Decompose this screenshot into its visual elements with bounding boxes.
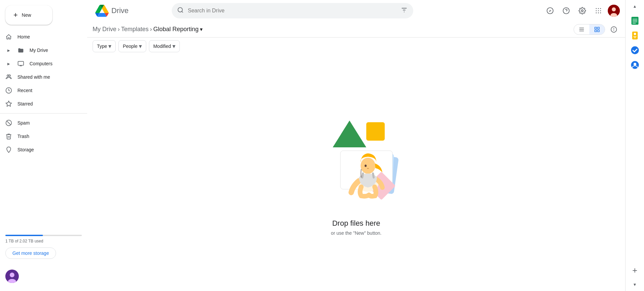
svg-rect-56	[633, 36, 636, 37]
nav-divider	[0, 113, 87, 114]
svg-point-58	[631, 46, 639, 54]
sidebar-item-trash-label: Trash	[17, 134, 29, 139]
grid-view-button[interactable]	[589, 24, 605, 34]
breadcrumb-right	[574, 23, 620, 35]
svg-point-23	[600, 10, 601, 11]
sidebar-item-starred[interactable]: Starred	[0, 97, 82, 111]
people-filter[interactable]: People ▾	[118, 40, 146, 52]
svg-point-25	[598, 12, 599, 13]
svg-point-21	[596, 10, 597, 11]
svg-point-17	[581, 10, 583, 12]
bottom-profile-avatar[interactable]	[5, 270, 19, 283]
svg-point-20	[600, 8, 601, 9]
check-circle-button[interactable]	[543, 4, 557, 17]
right-panel-tasks-icon[interactable]	[628, 44, 642, 57]
empty-state-title: Drop files here	[332, 219, 380, 228]
svg-point-22	[598, 10, 599, 11]
new-button[interactable]: + New	[5, 5, 52, 25]
svg-line-6	[7, 121, 11, 125]
home-icon	[5, 33, 12, 40]
main-content: Drive	[87, 0, 625, 291]
people-filter-chevron: ▾	[139, 43, 142, 50]
help-button[interactable]	[559, 4, 573, 17]
breadcrumb-sep-1: ›	[118, 26, 120, 33]
get-more-storage-button[interactable]: Get more storage	[5, 247, 56, 259]
svg-point-47	[361, 158, 375, 174]
sidebar-item-home[interactable]: Home	[0, 30, 82, 44]
svg-point-10	[178, 7, 182, 12]
sidebar-item-home-label: Home	[17, 34, 30, 40]
svg-rect-50	[633, 19, 637, 19]
empty-illustration	[309, 111, 403, 211]
recent-icon	[5, 87, 12, 94]
right-panel: ▲ +	[625, 0, 644, 291]
computer-icon	[17, 60, 24, 67]
view-toggle	[574, 24, 605, 35]
svg-point-8	[10, 273, 14, 277]
svg-rect-52	[633, 21, 637, 22]
shared-icon	[5, 74, 12, 80]
svg-point-28	[612, 7, 616, 11]
type-filter[interactable]: Type ▾	[93, 40, 116, 52]
panel-scroll-up[interactable]: ▲	[632, 3, 638, 10]
star-icon	[5, 100, 12, 107]
my-drive-expand-icon: ▶	[5, 47, 12, 54]
filter-bar: Type ▾ People ▾ Modified ▾	[87, 38, 625, 55]
trash-icon	[5, 133, 12, 140]
right-panel-add-button[interactable]: +	[628, 264, 642, 277]
svg-line-11	[182, 11, 183, 12]
svg-point-2	[9, 75, 10, 76]
sidebar-item-computers-label: Computers	[30, 61, 52, 66]
search-filter-icon[interactable]	[400, 6, 408, 15]
spam-icon	[5, 120, 12, 126]
svg-rect-34	[598, 27, 599, 29]
right-panel-keep-icon[interactable]	[628, 29, 642, 42]
svg-point-55	[634, 33, 636, 35]
info-button[interactable]	[608, 23, 620, 35]
sidebar-item-starred-label: Starred	[17, 101, 33, 106]
svg-marker-40	[333, 121, 366, 147]
breadcrumb-sep-2: ›	[150, 26, 152, 33]
drive-logo-icon	[95, 4, 109, 17]
search-input[interactable]	[188, 8, 396, 14]
modified-filter-label: Modified	[153, 44, 171, 49]
drive-logo: Drive	[93, 4, 166, 17]
profile-avatar[interactable]	[608, 5, 620, 17]
modified-filter[interactable]: Modified ▾	[149, 40, 180, 52]
sidebar-item-spam-label: Spam	[17, 120, 30, 126]
svg-point-48	[365, 164, 367, 167]
type-filter-chevron: ▾	[108, 43, 111, 50]
svg-point-26	[600, 12, 601, 13]
svg-point-60	[633, 63, 636, 66]
sidebar-item-storage[interactable]: Storage	[0, 143, 82, 156]
sidebar-item-computers[interactable]: ▶ Computers	[0, 57, 82, 70]
apps-grid-button[interactable]	[592, 4, 605, 17]
right-panel-sheets-icon[interactable]	[628, 14, 642, 27]
search-icon	[177, 7, 184, 15]
svg-rect-35	[595, 30, 596, 31]
storage-section: 1 TB of 2.02 TB used Get more storage	[0, 229, 87, 264]
svg-rect-51	[633, 20, 637, 21]
sidebar: + New Home ▶ My Drive ▶ Computers	[0, 0, 87, 291]
sidebar-item-shared-with-me[interactable]: Shared with me	[0, 70, 82, 84]
svg-point-19	[598, 8, 599, 9]
sidebar-item-spam[interactable]: Spam	[0, 116, 82, 130]
sidebar-item-recent[interactable]: Recent	[0, 84, 82, 97]
breadcrumb-templates[interactable]: Templates	[121, 26, 149, 33]
computers-expand-icon: ▶	[5, 60, 12, 67]
folder-icon	[17, 47, 24, 54]
svg-marker-4	[6, 101, 12, 106]
svg-point-24	[596, 12, 597, 13]
breadcrumb-my-drive[interactable]: My Drive	[93, 26, 116, 33]
right-panel-contacts-icon[interactable]	[628, 58, 642, 72]
settings-button[interactable]	[576, 4, 589, 17]
svg-rect-53	[633, 23, 636, 23]
sidebar-item-my-drive[interactable]: ▶ My Drive	[0, 44, 82, 57]
breadcrumb-left: My Drive › Templates › Global Reporting …	[93, 26, 203, 33]
sidebar-item-trash[interactable]: Trash	[0, 130, 82, 143]
panel-scroll-down[interactable]: ▼	[632, 281, 638, 288]
breadcrumb-current[interactable]: Global Reporting ▾	[153, 26, 203, 33]
list-view-button[interactable]	[574, 24, 589, 34]
drive-logo-text: Drive	[111, 6, 128, 15]
sidebar-item-recent-label: Recent	[17, 88, 32, 93]
